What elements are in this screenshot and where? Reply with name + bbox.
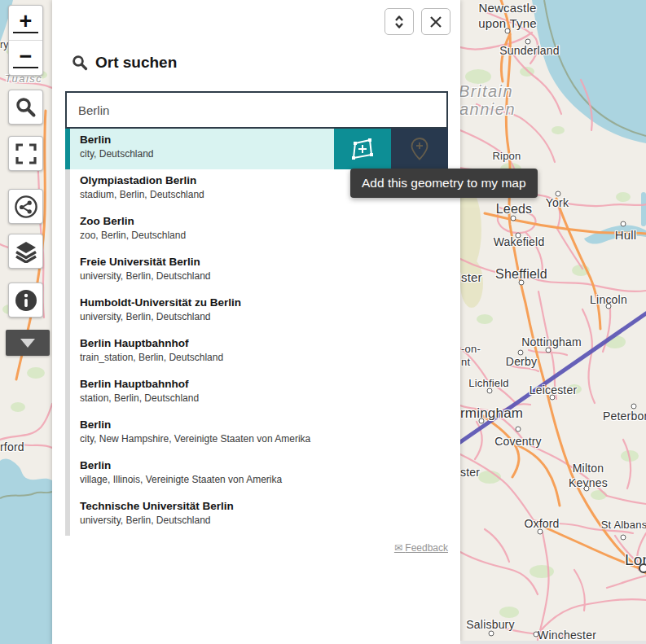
map-label: Sunderland: [499, 45, 560, 56]
envelope-icon: ✉: [394, 542, 402, 554]
result-subtitle: train_station, Berlin, Deutschland: [80, 351, 448, 364]
result-title: Zoo Berlin: [80, 214, 448, 229]
tooltip: Add this geometry to my map: [350, 169, 538, 198]
map-label: ry: [0, 40, 8, 50]
map-city-marker: [518, 350, 524, 356]
result-subtitle: city, New Hampshire, Vereinigte Staaten …: [80, 432, 448, 445]
result-subtitle: university, Berlin, Deutschland: [80, 514, 448, 527]
minus-icon: −: [20, 47, 33, 65]
chevron-down-icon: [20, 339, 35, 355]
collapse-panel-button[interactable]: [6, 330, 50, 356]
result-subtitle: village, Illinois, Vereinigte Staaten vo…: [80, 473, 448, 486]
map-label: St Albans: [601, 519, 646, 530]
map-label: Hull: [615, 229, 637, 241]
search-input[interactable]: [65, 91, 448, 129]
map-capital-marker: [639, 563, 646, 573]
map-label: Derby: [506, 356, 537, 367]
info-icon: [15, 289, 37, 312]
result-subtitle: university, Berlin, Deutschland: [80, 310, 448, 323]
search-icon: [72, 55, 88, 71]
map-city-marker: [525, 39, 531, 45]
result-row[interactable]: Freie Universität Berlin university, Ber…: [65, 251, 448, 291]
map-label: Coventry: [494, 436, 542, 447]
map-label: upon Tyne: [478, 17, 537, 29]
close-icon: [429, 15, 442, 28]
search-button[interactable]: [8, 90, 43, 125]
map-label: Leeds: [496, 203, 533, 216]
add-geometry-icon: [349, 136, 376, 162]
result-subtitle: station, Berlin, Deutschland: [80, 392, 448, 405]
result-subtitle: university, Berlin, Deutschland: [80, 269, 448, 283]
map-label: Britain: [460, 83, 513, 99]
map-label: nt: [461, 357, 470, 367]
map-label: annien: [460, 101, 516, 117]
search-dialog: Ort suchen Berlin city, Deutschland: [52, 0, 460, 644]
map-city-marker: [505, 28, 511, 34]
map-label: York: [546, 197, 569, 208]
map-city-marker: [538, 529, 543, 535]
map-label: Lichfield: [468, 378, 509, 388]
map-label: Winchester: [538, 629, 596, 641]
result-row[interactable]: Zoo Berlin zoo, Berlin, Deutschland: [65, 210, 448, 251]
zoom-out-underline: [13, 67, 38, 69]
layers-icon: [15, 240, 37, 263]
fullscreen-button[interactable]: [8, 136, 43, 171]
map-city-marker: [550, 395, 556, 401]
map-city-marker: [556, 191, 561, 197]
result-title: Berlin: [80, 458, 448, 473]
result-actions: [334, 129, 448, 169]
zoom-in-button[interactable]: +: [9, 6, 42, 40]
map-label: Oxford: [524, 518, 559, 529]
layers-button[interactable]: [8, 234, 43, 269]
map-city-marker: [511, 216, 516, 221]
add-marker-button[interactable]: [391, 129, 448, 169]
result-title: Freie Universität Berlin: [80, 255, 448, 269]
map-label: ster: [461, 271, 482, 283]
map-city-marker: [516, 427, 521, 432]
add-geometry-button[interactable]: [334, 129, 391, 169]
map-label: Ripon: [493, 151, 521, 161]
map-label: rmingham: [460, 406, 523, 420]
map-label: Nottingham: [521, 336, 582, 348]
result-title: Berlin: [80, 418, 448, 432]
add-marker-icon: [409, 136, 430, 162]
result-row[interactable]: Berlin city, Deutschland: [65, 129, 448, 169]
feedback-label: Feedback: [405, 542, 448, 554]
resize-panel-button[interactable]: [385, 8, 414, 35]
close-button[interactable]: [421, 8, 450, 35]
map-city-marker: [631, 404, 637, 410]
result-title: Humboldt-Universität zu Berlin: [80, 296, 448, 310]
plus-icon: +: [20, 12, 33, 30]
zoom-out-button[interactable]: −: [9, 40, 42, 75]
result-title: Berlin Hauptbahnhof: [80, 336, 448, 351]
share-icon: [14, 195, 38, 219]
map-label: Salisbury: [466, 619, 514, 630]
map-city-marker: [516, 233, 521, 239]
map-city-marker: [546, 348, 552, 353]
zoom-in-underline: [13, 32, 38, 34]
dialog-header: Ort suchen: [72, 54, 177, 72]
result-row[interactable]: Berlin village, Illinois, Vereinigte Sta…: [65, 454, 448, 495]
map-label: Peterborough: [603, 410, 646, 422]
share-button[interactable]: [8, 189, 43, 224]
map-city-marker: [479, 418, 485, 424]
map-city-marker: [584, 486, 590, 492]
result-row[interactable]: Berlin city, New Hampshire, Vereinigte S…: [65, 414, 448, 454]
info-button[interactable]: [8, 283, 43, 318]
result-row[interactable]: Humboldt-Universität zu Berlin universit…: [65, 291, 448, 332]
result-row[interactable]: Berlin Hauptbahnhof station, Berlin, Deu…: [65, 373, 448, 414]
zoom-control: + −: [8, 5, 43, 76]
map-right[interactable]: Newcastleupon TyneSunderlandBritainannie…: [460, 0, 646, 644]
result-title: Technische Universität Berlin: [80, 499, 448, 514]
result-subtitle: zoo, Berlin, Deutschland: [80, 229, 448, 242]
dialog-title: Ort suchen: [95, 54, 177, 72]
map-city-marker: [489, 631, 494, 637]
search-icon: [15, 96, 37, 118]
map-city-marker: [519, 280, 525, 286]
result-row[interactable]: Berlin Hauptbahnhof train_station, Berli…: [65, 332, 448, 373]
map-label: Newcastle: [479, 2, 537, 14]
map-city-marker: [606, 304, 612, 309]
result-row[interactable]: Technische Universität Berlin university…: [65, 495, 448, 536]
feedback-link[interactable]: ✉ Feedback: [65, 542, 448, 554]
map-city-marker: [487, 388, 493, 394]
